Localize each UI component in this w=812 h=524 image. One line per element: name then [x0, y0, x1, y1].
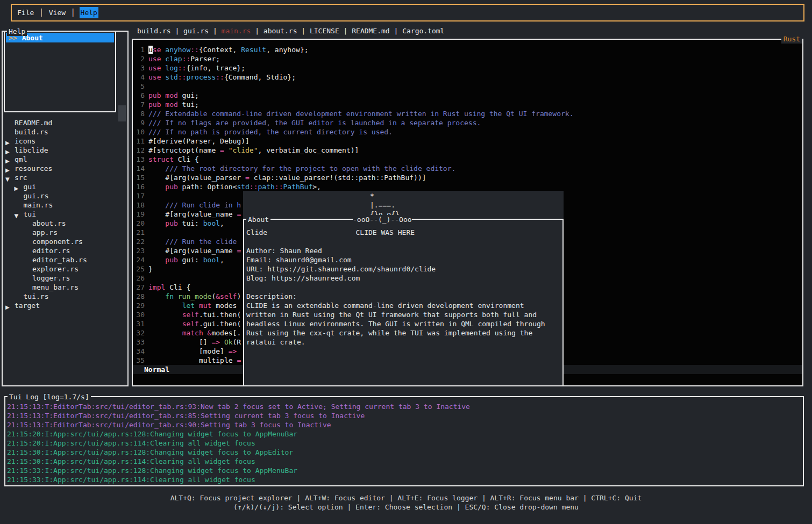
explorer-item-target[interactable]: ▶target [3, 301, 127, 310]
explorer-item-label: tui.rs [24, 292, 49, 301]
menu-separator: │ [67, 9, 79, 17]
line-number: 19 [136, 210, 145, 219]
explorer-item-main-rs[interactable]: main.rs [3, 200, 127, 210]
code-token: std [237, 183, 249, 191]
editor-tab-gui-rs[interactable]: gui.rs [183, 27, 209, 35]
explorer-item-gui-rs[interactable]: gui.rs [3, 191, 127, 200]
explorer-item-explorer-rs[interactable]: explorer.rs [3, 264, 127, 274]
code-token: #[derive(Parser, Debug)] [148, 137, 250, 145]
about-popup-line: Description: [246, 292, 561, 301]
code-token: {Context, [199, 46, 241, 54]
line-number: 14 [136, 164, 145, 173]
explorer-item-label: editor_tab.rs [32, 255, 87, 264]
explorer-item-component-rs[interactable]: component.rs [3, 237, 127, 246]
explorer-item-editor-rs[interactable]: editor.rs [3, 246, 127, 255]
about-popup-content: Clide CLIDE WAS HEREAuthor: Shaun ReedEm… [246, 228, 561, 347]
explorer-scrollbar-thumb[interactable] [118, 105, 126, 121]
code-token: (R [233, 338, 241, 346]
editor-tab-about-rs[interactable]: about.rs [263, 27, 297, 35]
code-token: = [237, 247, 241, 255]
code-token: tui: [178, 219, 203, 227]
code-token: use [148, 64, 161, 72]
line-number: 32 [136, 328, 145, 338]
explorer-item-libclide[interactable]: ▶libclide [3, 146, 127, 155]
editor-tab-license[interactable]: LICENSE [310, 27, 339, 35]
explorer-item-about-rs[interactable]: about.rs [3, 219, 127, 228]
code-token: [] [148, 338, 211, 346]
code-token: u [148, 46, 153, 54]
line-number: 25 [136, 264, 145, 274]
explorer-item-resources[interactable]: ▶resources [3, 164, 127, 173]
editor-tab-build-rs[interactable]: build.rs [137, 27, 171, 35]
code-token [220, 338, 224, 346]
tab-separator: | [171, 27, 183, 35]
explorer-item-readme-md[interactable]: README.md [3, 118, 127, 127]
code-token: :: [178, 73, 187, 81]
code-token: &self [216, 292, 237, 300]
tab-separator: | [251, 27, 263, 35]
code-token: /// If no flags are provided, the GUI ed… [148, 119, 481, 127]
code-token: = [220, 146, 224, 154]
editor-tab-main-rs[interactable]: main.rs [222, 27, 251, 35]
line-number: 2 [136, 54, 145, 63]
code-token: Cli { [165, 283, 190, 291]
code-line: 12#[structopt(name = "clide", verbatim_d… [133, 146, 802, 155]
explorer-item-gui[interactable]: ▶gui [3, 182, 127, 191]
log-entry: 21:15:13:T:EditorTab:src/tui/editor_tab.… [7, 411, 803, 420]
explorer-item-editor_tab-rs[interactable]: editor_tab.rs [3, 255, 127, 264]
explorer-item-label: src [15, 173, 27, 182]
explorer-item-label: gui [24, 182, 36, 191]
tab-separator: | [297, 27, 309, 35]
log-entry: 21:15:20:I:App:src/tui/app.rs:114:Cleari… [7, 439, 803, 448]
menu-item-view[interactable]: View [48, 7, 67, 18]
code-token: "clide" [229, 146, 258, 154]
explorer-item-logger-rs[interactable]: logger.rs [3, 274, 127, 283]
code-token: /// The root directory for the project t… [148, 164, 455, 173]
explorer-item-menu_bar-rs[interactable]: menu_bar.rs [3, 283, 127, 292]
code-token: #[arg(value_name [148, 210, 237, 218]
code-token: pub [165, 256, 177, 264]
explorer-item-qml[interactable]: ▶qml [3, 155, 127, 164]
log-entry: 21:15:20:I:App:src/tui/app.rs:128:Changi… [7, 429, 803, 439]
explorer-item-app-rs[interactable]: app.rs [3, 228, 127, 237]
code-token: pub [165, 183, 177, 191]
code-token: pub mod [148, 101, 178, 109]
code-token [148, 219, 165, 227]
explorer-item-tui-rs[interactable]: tui.rs [3, 292, 127, 301]
code-token: #[structopt(name [148, 146, 220, 154]
code-token: , verbatim_doc_comment)] [258, 146, 359, 154]
tab-separator: | [339, 27, 352, 35]
code-token: , [220, 219, 224, 227]
explorer-item-src[interactable]: ▼src [3, 173, 127, 182]
explorer-item-tui[interactable]: ▼tui [3, 210, 127, 219]
line-number: 11 [136, 137, 145, 146]
about-popup-line: Author: Shaun Reed [246, 246, 561, 255]
about-popup-line: Blog: https://shaunreed.com [246, 274, 561, 283]
code-line: 8/// Extendable command-line driven deve… [133, 109, 802, 118]
code-token: gui: [178, 256, 203, 264]
tui-log-panel: Tui Log [log=1.7/s] 21:15:13:T:EditorTab… [4, 396, 804, 486]
code-line: 16 pub path: Option<std::path::PathBuf>, [133, 182, 802, 191]
code-token: use [148, 73, 161, 81]
about-popup-line: written in Rust using the Qt UI framewor… [246, 310, 561, 319]
code-line: 15 #[arg(value_parser = clap::value_pars… [133, 173, 802, 182]
menu-item-help[interactable]: Help [80, 7, 98, 18]
explorer-item-label: app.rs [32, 228, 58, 237]
menu-item-file[interactable]: File [16, 7, 35, 18]
editor-tab-cargo-toml[interactable]: Cargo.toml [402, 27, 444, 35]
code-token: mut [199, 302, 211, 310]
code-token: se [153, 46, 161, 54]
line-number: 29 [136, 301, 145, 310]
explorer-item-icons[interactable]: ▶icons [3, 137, 127, 146]
explorer-item-label: explorer.rs [32, 264, 79, 274]
line-number: 23 [136, 246, 145, 255]
code-token: :: [190, 46, 199, 54]
code-token: :: [275, 183, 283, 191]
line-number: 6 [136, 91, 145, 100]
explorer-item-label: about.rs [32, 219, 66, 228]
code-token [195, 302, 199, 310]
editor-tab-readme-md[interactable]: README.md [352, 27, 389, 35]
code-token: :: [182, 55, 191, 63]
code-token: :: [178, 64, 187, 72]
explorer-item-build-rs[interactable]: build.rs [3, 127, 127, 137]
